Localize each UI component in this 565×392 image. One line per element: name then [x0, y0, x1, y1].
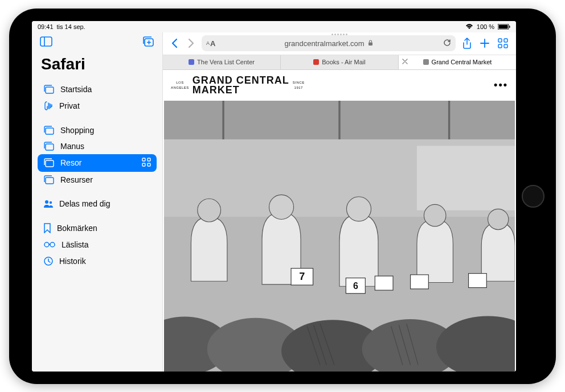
grid-icon[interactable]: [142, 158, 151, 168]
screen: 09:41 tis 14 sep. 100 %: [32, 21, 516, 372]
tab-vera-list[interactable]: The Vera List Center: [163, 55, 281, 69]
sidebar-item-label: Delas med dig: [59, 199, 110, 208]
svg-rect-11: [46, 160, 54, 167]
svg-rect-38: [417, 146, 515, 210]
sidebar-item-resurser[interactable]: Resurser: [38, 172, 157, 188]
sidebar-item-label: Startsida: [60, 85, 92, 94]
tab-label: Grand Central Market: [432, 59, 492, 65]
svg-point-43: [488, 209, 509, 229]
wifi-icon: [465, 24, 473, 30]
sidebar-item-label: Resor: [60, 158, 81, 167]
status-date: tis 14 sep.: [57, 23, 85, 30]
page-header: LOS ANGELES GRAND CENTRAL MARKET SINCE 1…: [163, 70, 516, 101]
reader-aa-icon[interactable]: AA: [206, 39, 215, 48]
tab-bar: The Vera List Center Books - Air Mail Gr…: [163, 55, 516, 70]
sidebar-item-label: Bokmärken: [57, 224, 97, 233]
home-button[interactable]: [522, 185, 544, 208]
svg-rect-22: [369, 42, 372, 46]
svg-rect-28: [504, 44, 507, 48]
sidebar-item-privat[interactable]: Privat: [38, 97, 157, 114]
sidebar-item-manus[interactable]: Manus: [38, 138, 157, 154]
sidebar-item-label: Shopping: [60, 126, 94, 135]
new-tab-button[interactable]: [476, 35, 493, 51]
sidebar-item-shared[interactable]: Delas med dig: [38, 196, 157, 212]
svg-rect-27: [498, 44, 502, 48]
site-logo[interactable]: LOS ANGELES GRAND CENTRAL MARKET SINCE 1…: [171, 76, 305, 95]
svg-rect-16: [46, 178, 54, 184]
svg-point-19: [44, 242, 49, 247]
svg-point-20: [50, 242, 55, 247]
sidebar-item-readinglist[interactable]: Läslista: [38, 237, 157, 253]
sidebar-item-label: Läslista: [62, 240, 88, 249]
favicon-icon: [313, 59, 319, 65]
tabs-overview-button[interactable]: [494, 35, 511, 51]
favicon-icon: [189, 59, 194, 65]
svg-rect-10: [46, 144, 54, 150]
svg-rect-1: [499, 24, 508, 28]
svg-rect-26: [504, 39, 507, 42]
reload-icon[interactable]: [443, 39, 451, 48]
logo-line2: MARKET: [193, 85, 289, 95]
close-tab-icon[interactable]: [402, 59, 408, 65]
svg-point-17: [45, 200, 48, 204]
sidebar-item-label: Historik: [59, 257, 86, 266]
svg-rect-12: [142, 158, 145, 161]
site-menu-button[interactable]: •••: [494, 79, 508, 91]
battery-icon: [498, 24, 510, 30]
favicon-icon: [423, 59, 429, 65]
svg-point-41: [346, 196, 371, 221]
sidebar: Safari Startsida Privat Shopping: [32, 32, 163, 372]
sidebar-title: Safari: [38, 53, 157, 81]
webpage: LOS ANGELES GRAND CENTRAL MARKET SINCE 1…: [163, 70, 516, 372]
svg-rect-3: [40, 37, 52, 46]
svg-point-42: [424, 204, 446, 226]
logo-right-text: SINCE 1917: [293, 80, 305, 90]
svg-rect-13: [148, 158, 150, 161]
lock-icon: [368, 39, 373, 48]
svg-rect-25: [498, 39, 502, 42]
sidebar-item-startsida[interactable]: Startsida: [38, 81, 157, 97]
logo-left-text: LOS ANGELES: [171, 80, 189, 90]
svg-rect-2: [509, 26, 510, 28]
status-time: 09:41: [38, 23, 54, 30]
share-button[interactable]: [459, 35, 475, 51]
sidebar-toggle-icon[interactable]: [40, 36, 52, 49]
tab-books-airmail[interactable]: Books - Air Mail: [281, 55, 399, 69]
sidebar-item-shopping[interactable]: Shopping: [38, 122, 157, 138]
sidebar-item-label: Manus: [60, 142, 84, 151]
svg-text:6: 6: [353, 280, 358, 290]
address-bar[interactable]: AA grandcentralmarket.com: [202, 35, 456, 51]
tab-label: The Vera List Center: [197, 59, 255, 65]
tab-label: Books - Air Mail: [322, 59, 365, 65]
sidebar-item-history[interactable]: Historik: [38, 253, 157, 270]
svg-point-40: [269, 195, 294, 219]
svg-point-18: [50, 201, 52, 203]
tab-grand-central[interactable]: Grand Central Market: [399, 55, 516, 69]
sidebar-item-label: Privat: [59, 101, 80, 110]
svg-rect-14: [142, 163, 145, 166]
battery-percent: 100 %: [477, 23, 494, 30]
url-text: grandcentralmarket.com: [284, 39, 364, 48]
svg-rect-8: [46, 87, 54, 93]
sidebar-item-label: Resurser: [60, 175, 93, 184]
svg-rect-49: [411, 275, 429, 289]
svg-rect-50: [469, 273, 487, 287]
content-area: AA grandcentralmarket.com: [163, 32, 516, 372]
svg-point-39: [198, 199, 221, 222]
sidebar-item-bookmarks[interactable]: Bokmärken: [38, 220, 157, 237]
ipad-device: 09:41 tis 14 sep. 100 %: [9, 9, 556, 384]
forward-button[interactable]: [183, 36, 198, 51]
sidebar-item-resor[interactable]: Resor: [38, 154, 157, 172]
toolbar: AA grandcentralmarket.com: [163, 32, 516, 55]
back-button[interactable]: [167, 36, 182, 51]
svg-rect-48: [375, 276, 393, 290]
svg-rect-15: [148, 163, 150, 166]
hero-image: 7 6: [164, 101, 515, 372]
svg-text:7: 7: [299, 271, 305, 282]
new-tab-group-icon[interactable]: [142, 36, 154, 49]
status-bar: 09:41 tis 14 sep. 100 %: [32, 21, 516, 32]
svg-rect-9: [46, 128, 54, 134]
